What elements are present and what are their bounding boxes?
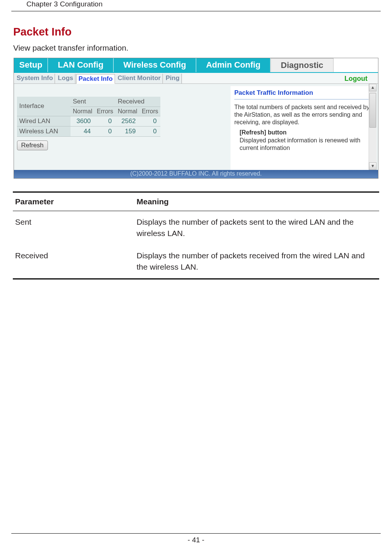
param-name: Sent xyxy=(13,211,134,244)
tab-wireless-config[interactable]: Wireless Config xyxy=(114,58,196,72)
refresh-button[interactable]: Refresh xyxy=(17,140,48,150)
logout-link[interactable]: Logout xyxy=(344,75,367,83)
subtab-packet-info[interactable]: Packet Info xyxy=(76,74,115,84)
info-panel: Packet Traffic Information The total num… xyxy=(231,86,377,170)
screenshot-body: Interface Sent Received Normal Errors No… xyxy=(14,84,378,170)
copyright: (C)2000-2012 BUFFALO INC. All rights res… xyxy=(14,170,378,178)
subtab-ping[interactable]: Ping xyxy=(164,74,182,83)
info-paragraph: Displayed packet information is renewed … xyxy=(240,137,373,152)
packet-table: Interface Sent Received Normal Errors No… xyxy=(17,97,160,137)
scrollbar[interactable]: ▲ ▼ xyxy=(369,84,377,170)
col-sent-errors: Errors xyxy=(95,106,116,116)
page-header: Chapter 3 Configuration xyxy=(11,0,381,11)
param-meaning: Displays the number of packets sent to t… xyxy=(134,211,379,244)
page-footer: - 41 - xyxy=(11,533,381,544)
table-row: Wireless LAN 44 0 159 0 xyxy=(17,126,160,136)
col-received: Received xyxy=(115,97,160,107)
subtab-logs[interactable]: Logs xyxy=(56,74,75,83)
sub-tab-bar: System Info Logs Packet Info Client Moni… xyxy=(14,73,378,84)
scroll-thumb[interactable] xyxy=(369,93,376,128)
info-title: Packet Traffic Information xyxy=(234,89,373,100)
param-header: Parameter xyxy=(13,192,134,211)
main-tab-bar: Setup LAN Config Wireless Config Admin C… xyxy=(14,58,378,73)
subtab-system-info[interactable]: System Info xyxy=(15,74,55,83)
chapter-label: Chapter 3 Configuration xyxy=(26,0,103,11)
tab-lan-config[interactable]: LAN Config xyxy=(48,58,114,72)
tab-setup[interactable]: Setup xyxy=(14,58,48,72)
tab-diagnostic[interactable]: Diagnostic xyxy=(271,58,333,72)
tab-admin-config[interactable]: Admin Config xyxy=(196,58,271,72)
parameter-table: Parameter Meaning Sent Displays the numb… xyxy=(13,191,379,279)
section-title: Packet Info xyxy=(13,26,379,38)
page-number: - 41 - xyxy=(188,536,204,544)
scroll-down-icon[interactable]: ▼ xyxy=(369,162,377,170)
info-paragraph: The total numbers of packets sent and re… xyxy=(234,103,373,126)
meaning-header: Meaning xyxy=(134,192,379,211)
col-interface: Interface xyxy=(17,97,71,116)
col-sent-normal: Normal xyxy=(71,106,95,116)
col-recv-errors: Errors xyxy=(140,106,161,116)
subtab-client-monitor[interactable]: Client Monitor xyxy=(116,74,163,83)
param-meaning: Displays the number of packets received … xyxy=(134,245,379,279)
screenshot-panel: Setup LAN Config Wireless Config Admin C… xyxy=(14,58,378,179)
table-row: Received Displays the number of packets … xyxy=(13,245,379,279)
col-sent: Sent xyxy=(71,97,115,107)
scroll-track[interactable] xyxy=(369,91,377,162)
info-subhead: [Refresh] button xyxy=(240,129,373,136)
intro-text: View packet transfer information. xyxy=(13,43,381,52)
col-recv-normal: Normal xyxy=(115,106,140,116)
param-name: Received xyxy=(13,245,134,279)
table-row: Wired LAN 3600 0 2562 0 xyxy=(17,116,160,126)
table-row: Sent Displays the number of packets sent… xyxy=(13,211,379,244)
scroll-up-icon[interactable]: ▲ xyxy=(369,84,377,91)
